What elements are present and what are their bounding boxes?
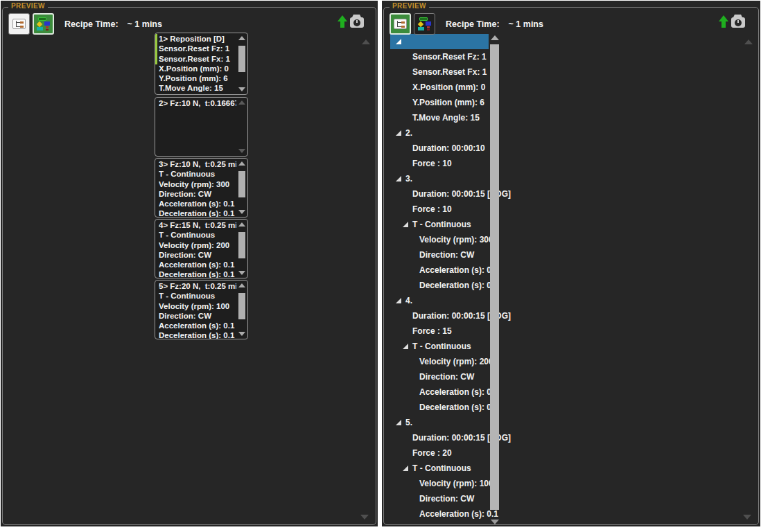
- tree-item[interactable]: 4.: [390, 293, 489, 308]
- scroll-up-icon[interactable]: [744, 39, 753, 44]
- scroll-up-icon[interactable]: [238, 161, 245, 166]
- tree-item[interactable]: Force : 10: [390, 202, 489, 217]
- tree-item[interactable]: 3.: [390, 171, 489, 186]
- tree-view-button[interactable]: [8, 13, 30, 35]
- tree-item[interactable]: T - Continuous: [390, 461, 489, 476]
- tree-item[interactable]: Duration: 00:00:10: [390, 141, 489, 156]
- tree-item-label: Duration: 00:00:10: [412, 143, 485, 153]
- scroll-down-icon[interactable]: [238, 271, 245, 275]
- step-properties: 4> Fz:15 N, t:0.25 minT - ContinuousVelo…: [155, 220, 247, 278]
- tree-item[interactable]: Direction: CW: [390, 491, 489, 506]
- tree-item[interactable]: T - Continuous: [390, 339, 489, 354]
- scroll-up-icon[interactable]: [238, 36, 245, 40]
- upload-arrow-icon[interactable]: [338, 15, 348, 29]
- scroll-up-icon[interactable]: [238, 100, 245, 105]
- flow-preview-panel: PREVIEW Recipe Time:~ 1 mins 1> Repositi…: [1, 1, 378, 526]
- expander-icon[interactable]: [396, 420, 401, 425]
- tree-item[interactable]: Deceleration (s): 0.1: [390, 400, 489, 415]
- tree-item[interactable]: Force : 10: [390, 156, 489, 171]
- expander-icon[interactable]: [403, 466, 408, 471]
- scroll-down-icon[interactable]: [238, 210, 245, 214]
- scroll-down-icon[interactable]: [360, 515, 369, 520]
- box-scrollbar[interactable]: [238, 282, 246, 337]
- tree-item[interactable]: Velocity (rpm): 200: [390, 354, 489, 369]
- scroll-down-icon[interactable]: [743, 515, 751, 520]
- scroll-up-icon[interactable]: [362, 39, 370, 44]
- recipe-time: Recipe Time:~ 1 mins: [64, 19, 162, 29]
- recipe-step-box[interactable]: 4> Fz:15 N, t:0.25 minT - ContinuousVelo…: [155, 219, 248, 278]
- step-property: Sensor.Reset Fz: 1: [159, 44, 236, 53]
- tree-item-label: Acceleration (s): 0.1: [419, 509, 498, 519]
- expander-icon[interactable]: [396, 176, 401, 181]
- step-property: T - Continuous: [159, 291, 236, 301]
- tree-item[interactable]: Y.Position (mm): 6: [390, 95, 489, 110]
- tree-item[interactable]: 2.: [390, 125, 489, 141]
- tree-item[interactable]: Velocity (rpm): 300: [390, 232, 489, 247]
- recipe-step-box[interactable]: 1> Reposition [D]Sensor.Reset Fz: 1Senso…: [155, 33, 248, 95]
- scale-icon[interactable]: [731, 15, 746, 28]
- expander-icon[interactable]: [396, 298, 401, 303]
- box-scrollbar[interactable]: [238, 160, 246, 215]
- recipe-step-box[interactable]: 5> Fz:20 N, t:0.25 minT - ContinuousVelo…: [155, 280, 248, 339]
- expander-icon[interactable]: [396, 39, 401, 44]
- tree-item[interactable]: Acceleration (s): 0.1: [390, 506, 489, 522]
- flow-view-icon: [417, 17, 432, 30]
- tree-scrollbar[interactable]: [489, 35, 500, 524]
- tree-item[interactable]: Duration: 00:00:15 [LOG]: [390, 308, 489, 323]
- scale-icon[interactable]: [349, 15, 365, 28]
- scroll-down-icon[interactable]: [238, 332, 245, 336]
- tree-item-label: Y.Position (mm): 6: [412, 98, 484, 107]
- tree-item[interactable]: Sensor.Reset Fx: 1: [390, 64, 489, 80]
- tree-item[interactable]: Force : 20: [390, 445, 489, 461]
- box-scrollbar[interactable]: [238, 99, 246, 154]
- upload-arrow-icon[interactable]: [719, 15, 729, 29]
- tree-item[interactable]: T - Continuous: [390, 217, 489, 232]
- box-scrollbar[interactable]: [238, 221, 246, 276]
- flow-view-button[interactable]: [414, 13, 435, 35]
- tree-item[interactable]: Direction: CW: [390, 247, 489, 263]
- scroll-down-icon[interactable]: [238, 87, 245, 91]
- expander-icon[interactable]: [403, 344, 408, 349]
- tree-item[interactable]: T.Move Angle: 15: [390, 110, 489, 125]
- step-property: T.Move Angle: 15: [159, 83, 236, 93]
- tree-item[interactable]: Sensor.Reset Fz: 1: [390, 49, 489, 64]
- flow-view-button[interactable]: [33, 13, 54, 35]
- tree-item-label: 2.: [405, 128, 412, 138]
- recipe-step-box[interactable]: 2> Fz:10 N, t:0.16667 mi: [155, 97, 248, 157]
- tree-item[interactable]: Deceleration (s): 0.1: [390, 278, 489, 293]
- tree-view-button[interactable]: [390, 13, 411, 35]
- scroll-down-icon[interactable]: [491, 520, 499, 524]
- step-property: Velocity (rpm): 100: [159, 301, 236, 311]
- tree-item[interactable]: 5.: [390, 415, 489, 430]
- groupbox-title: PREVIEW: [390, 2, 429, 10]
- app-screen: PREVIEW Recipe Time:~ 1 mins 1> Repositi…: [0, 0, 761, 532]
- tree-item[interactable]: Acceleration (s): 0.1: [390, 263, 489, 278]
- tree-item-label: Direction: CW: [419, 250, 474, 260]
- scroll-up-icon[interactable]: [491, 35, 499, 40]
- scroll-thumb[interactable]: [238, 293, 245, 319]
- scroll-thumb[interactable]: [238, 171, 245, 197]
- tree-item-label: T - Continuous: [412, 220, 471, 229]
- tree-item[interactable]: Duration: 00:00:15 [LOG]: [390, 430, 489, 445]
- recipe-step-box[interactable]: 3> Fz:10 N, t:0.25 minT - ContinuousVelo…: [155, 158, 248, 218]
- active-step-marker: [155, 34, 157, 64]
- scroll-down-icon[interactable]: [238, 149, 245, 153]
- scroll-thumb[interactable]: [238, 46, 245, 72]
- tree-item[interactable]: [390, 34, 489, 49]
- box-scrollbar[interactable]: [238, 35, 246, 93]
- scroll-up-icon[interactable]: [238, 283, 245, 287]
- tree-item[interactable]: Acceleration (s): 0.1: [390, 384, 489, 400]
- tree-item[interactable]: Velocity (rpm): 100: [390, 476, 489, 491]
- tree-item[interactable]: X.Position (mm): 0: [390, 80, 489, 95]
- tree-item-label: Direction: CW: [419, 372, 474, 382]
- scroll-thumb[interactable]: [238, 232, 245, 258]
- scroll-thumb[interactable]: [490, 44, 499, 510]
- tree-item[interactable]: Duration: 00:00:15 [LOG]: [390, 186, 489, 202]
- tree-item[interactable]: Force : 15: [390, 323, 489, 339]
- recipe-time: Recipe Time:~ 1 mins: [446, 19, 543, 29]
- tree-item[interactable]: Direction: CW: [390, 369, 489, 384]
- scroll-up-icon[interactable]: [238, 222, 245, 227]
- expander-icon[interactable]: [403, 222, 408, 227]
- step-properties: 5> Fz:20 N, t:0.25 minT - ContinuousVelo…: [155, 281, 247, 339]
- expander-icon[interactable]: [396, 130, 401, 136]
